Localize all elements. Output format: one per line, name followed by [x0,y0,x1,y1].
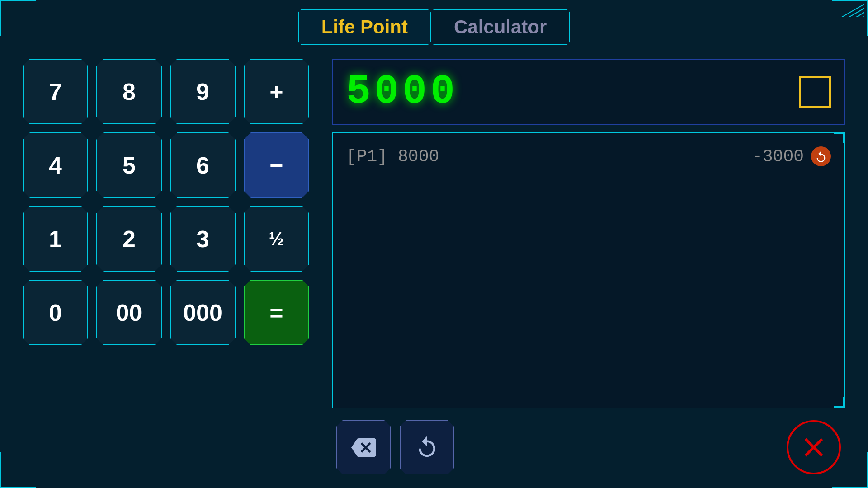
corner-decoration-bl [0,452,36,488]
history-right: -3000 [752,146,831,166]
key-1[interactable]: 1 [23,206,88,272]
display-badge [799,76,831,108]
key-8[interactable]: 8 [96,59,162,124]
reset-button[interactable] [400,420,454,474]
history-panel: [P1] 8000 -3000 [332,132,845,408]
reset-icon [415,435,439,460]
history-undo-button[interactable] [811,146,831,166]
key-4[interactable]: 4 [23,132,88,198]
backspace-button[interactable] [336,420,391,474]
display: 5000 [332,59,845,125]
display-value: 5000 [346,69,458,115]
key-9[interactable]: 9 [170,59,236,124]
key-000[interactable]: 000 [170,280,236,345]
key-6[interactable]: 6 [170,132,236,198]
close-icon [798,432,830,463]
key-equals[interactable]: = [244,280,309,345]
key-plus[interactable]: + [244,59,309,124]
main-content: 7 8 9 + 4 5 6 − 1 2 3 ½ 0 00 000 = 5000 … [0,59,868,474]
key-half[interactable]: ½ [244,206,309,272]
history-entry: [P1] 8000 -3000 [346,142,831,171]
bottom-buttons [332,420,845,474]
right-panel: 5000 [P1] 8000 -3000 [332,59,845,474]
key-minus[interactable]: − [244,132,309,198]
header: Life Point Calculator [0,0,868,45]
key-2[interactable]: 2 [96,206,162,272]
backspace-icon [351,435,376,460]
key-5[interactable]: 5 [96,132,162,198]
key-0[interactable]: 0 [23,280,88,345]
corner-decoration-tl [0,0,36,36]
history-player: [P1] 8000 [346,147,439,166]
bottom-btn-group [336,420,454,474]
undo-icon [815,150,827,163]
corner-decoration-tr [832,0,868,36]
tab-life-point[interactable]: Life Point [298,9,431,45]
key-00[interactable]: 00 [96,280,162,345]
tab-calculator[interactable]: Calculator [430,9,570,45]
key-7[interactable]: 7 [23,59,88,124]
corner-decoration-br [832,452,868,488]
keypad: 7 8 9 + 4 5 6 − 1 2 3 ½ 0 00 000 = [23,59,309,474]
key-3[interactable]: 3 [170,206,236,272]
history-delta: -3000 [752,147,804,166]
